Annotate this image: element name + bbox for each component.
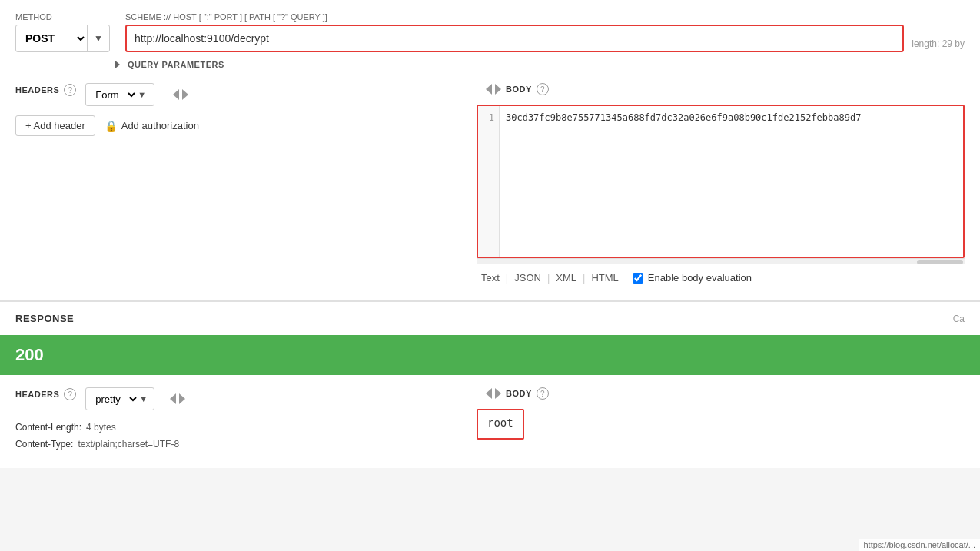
- resp-header-line-2: Content-Type: text/plain;charset=UTF-8: [15, 436, 461, 453]
- lock-icon: 🔒: [105, 120, 118, 132]
- resp-headers-help-icon[interactable]: ?: [64, 388, 76, 400]
- resp-body-header-inner: BODY ?: [477, 387, 549, 400]
- headers-body-row: HEADERS ? Form Raw ▼ + Add header: [15, 83, 965, 285]
- resp-pretty-wrapper: pretty raw ▼: [85, 387, 185, 410]
- response-header-bar: RESPONSE Ca: [0, 301, 980, 335]
- body-arrow-left-icon[interactable]: [486, 84, 492, 95]
- body-text-content: 30cd37fc9b8e755771345a688fd7dc32a026e6f9…: [506, 112, 861, 123]
- resp-body-title: BODY: [506, 389, 532, 398]
- resp-pretty-select[interactable]: pretty raw: [86, 393, 139, 406]
- line-number-1: 1: [483, 112, 494, 123]
- resp-arrow-right-icon[interactable]: [179, 393, 185, 404]
- headers-section: HEADERS ? Form Raw ▼ + Add header: [15, 83, 461, 136]
- length-info: length: 29 by: [912, 38, 965, 49]
- resp-headers-meta-row: HEADERS ? pretty raw ▼: [15, 387, 461, 410]
- arrow-right-icon[interactable]: [182, 89, 188, 100]
- resp-body-header: BODY ?: [477, 387, 965, 400]
- response-cancel: Ca: [953, 314, 965, 324]
- url-input[interactable]: [127, 32, 902, 45]
- body-nav-arrows: [486, 84, 501, 95]
- format-html-link[interactable]: HTML: [586, 271, 623, 285]
- resp-arrow-left-icon[interactable]: [170, 393, 176, 404]
- resp-body-arrow-right-icon[interactable]: [495, 388, 501, 399]
- url-column: SCHEME :// HOST [ ":" PORT ] [ PATH [ "?…: [118, 12, 904, 52]
- response-detail-row: HEADERS ? pretty raw ▼: [0, 387, 980, 468]
- resp-headers-content: Content-Length: 4 bytes Content-Type: te…: [15, 420, 461, 453]
- method-dropdown-button[interactable]: ▼: [87, 25, 109, 51]
- body-section: BODY ? 1 30cd37fc9b8e755771345a688fd7dc3…: [477, 83, 965, 285]
- body-title: BODY: [506, 85, 532, 94]
- line-numbers: 1: [478, 106, 500, 257]
- resp-pretty-select-wrapper: pretty raw ▼: [85, 387, 154, 410]
- method-column: METHOD POST GET PUT DELETE ▼: [15, 12, 110, 52]
- method-select-wrapper: POST GET PUT DELETE ▼: [15, 25, 110, 52]
- scheme-label: SCHEME :// HOST [ ":" PORT ] [ PATH [ "?…: [125, 12, 904, 22]
- format-xml-link[interactable]: XML: [551, 271, 581, 285]
- enable-eval-wrapper: Enable body evaluation: [633, 272, 752, 284]
- response-body-section: BODY ? root: [477, 387, 965, 440]
- body-format-row: Text | JSON | XML | HTML Enable body eva…: [477, 271, 965, 285]
- headers-controls: + Add header 🔒 Add authorization: [15, 115, 461, 136]
- resp-content-length-key: Content-Length:: [15, 420, 81, 436]
- resp-body-nav-arrows: [486, 388, 501, 399]
- enable-eval-label: Enable body evaluation: [648, 272, 752, 284]
- resp-nav-arrows: [170, 393, 185, 404]
- add-header-button[interactable]: + Add header: [15, 115, 95, 136]
- scrollbar-area[interactable]: [477, 258, 965, 264]
- nav-arrows: [173, 89, 188, 100]
- resp-headers-title: HEADERS: [15, 390, 59, 399]
- response-section: RESPONSE Ca 200 HEADERS ? pretty raw: [0, 301, 980, 468]
- url-top-row: METHOD POST GET PUT DELETE ▼ SCHEME :// …: [15, 12, 965, 52]
- url-input-wrapper: [125, 25, 904, 52]
- scrollbar-thumb[interactable]: [917, 260, 963, 264]
- resp-pretty-chevron-icon: ▼: [139, 394, 152, 403]
- add-authorization-label: Add authorization: [121, 120, 199, 131]
- headers-meta-row: HEADERS ? Form Raw ▼: [15, 83, 461, 106]
- body-help-icon[interactable]: ?: [537, 83, 549, 95]
- query-params-label: QUERY PARAMETERS: [128, 60, 224, 69]
- query-params-row: QUERY PARAMETERS: [115, 60, 965, 69]
- resp-content-type-key: Content-Type:: [15, 436, 73, 453]
- enable-eval-checkbox[interactable]: [633, 273, 643, 284]
- form-select[interactable]: Form Raw: [86, 88, 138, 101]
- resp-body-content: root: [487, 417, 513, 429]
- editor-content[interactable]: 30cd37fc9b8e755771345a688fd7dc32a026e6f9…: [500, 106, 963, 257]
- body-header-inner: BODY ?: [477, 83, 549, 95]
- resp-content-length-val: 4 bytes: [86, 420, 116, 436]
- request-section: METHOD POST GET PUT DELETE ▼ SCHEME :// …: [0, 0, 980, 301]
- arrow-left-icon[interactable]: [173, 89, 179, 100]
- body-arrow-right-icon[interactable]: [495, 84, 501, 95]
- status-code: 200: [15, 345, 44, 365]
- length-info-container: length: 29 by: [912, 38, 965, 52]
- resp-body-help-icon[interactable]: ?: [537, 387, 549, 400]
- body-section-header: BODY ?: [477, 83, 965, 95]
- resp-headers-title-row: HEADERS ?: [15, 388, 76, 400]
- resp-body-editor: root: [477, 409, 524, 440]
- add-authorization-button[interactable]: 🔒 Add authorization: [98, 116, 205, 136]
- format-json-link[interactable]: JSON: [510, 271, 546, 285]
- resp-header-line-1: Content-Length: 4 bytes: [15, 420, 461, 436]
- response-headers-section: HEADERS ? pretty raw ▼: [15, 387, 461, 453]
- response-title: RESPONSE: [15, 313, 74, 324]
- status-bar: 200: [0, 335, 980, 375]
- resp-content-type-val: text/plain;charset=UTF-8: [78, 436, 179, 453]
- headers-title: HEADERS: [15, 85, 59, 95]
- chevron-right-icon: [115, 61, 120, 68]
- headers-section-header: HEADERS ?: [15, 84, 76, 96]
- body-editor: 1 30cd37fc9b8e755771345a688fd7dc32a026e6…: [477, 105, 965, 258]
- resp-body-arrow-left-icon[interactable]: [486, 388, 492, 399]
- form-select-wrapper: Form Raw ▼: [85, 83, 154, 106]
- headers-help-icon[interactable]: ?: [64, 84, 76, 96]
- form-chevron-icon: ▼: [138, 90, 151, 99]
- format-text-link[interactable]: Text: [477, 271, 504, 285]
- method-select[interactable]: POST GET PUT DELETE: [16, 32, 87, 45]
- method-label: METHOD: [15, 12, 110, 22]
